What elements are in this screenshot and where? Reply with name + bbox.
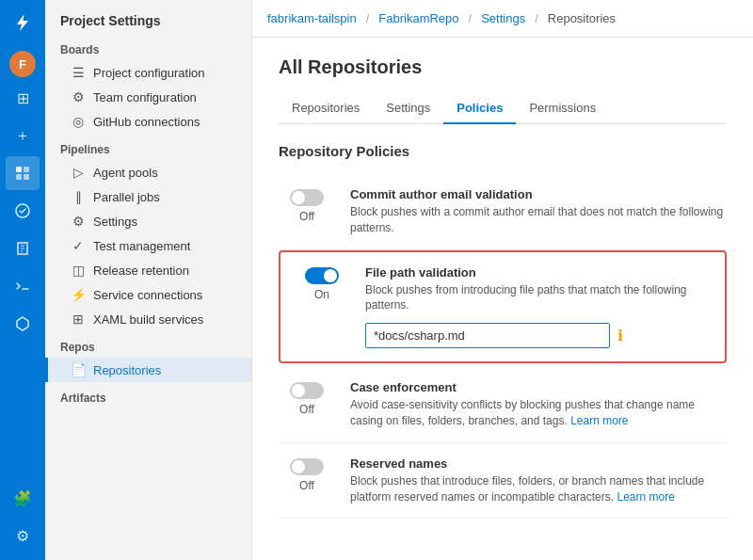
nav-artifacts-icon[interactable] (6, 307, 40, 341)
nav-pipelines-icon[interactable] (6, 194, 40, 228)
file-path-input-row: ℹ (365, 323, 712, 348)
icon-bar: F ⊞ ＋ 🧩 ⚙ (0, 0, 45, 560)
svg-rect-3 (24, 174, 29, 180)
nav-testplans-icon[interactable] (6, 269, 40, 303)
nav-settings-icon[interactable]: ⚙ (6, 519, 40, 552)
user-avatar[interactable]: F (9, 51, 36, 77)
team-config-icon: ⚙ (71, 89, 86, 104)
nav-home-icon[interactable]: ⊞ (6, 81, 40, 115)
sidebar: Project Settings Boards ☰ Project config… (45, 0, 252, 560)
reserved-names-learn-more[interactable]: Learn more (617, 490, 674, 504)
repositories-icon: 📄 (71, 362, 86, 377)
file-path-toggle-label: On (314, 288, 329, 301)
sidebar-group-pipelines: Pipelines (45, 134, 251, 160)
svg-rect-2 (16, 174, 22, 180)
reserved-names-name: Reserved names (350, 456, 727, 471)
sidebar-item-xaml-build[interactable]: ⊞ XAML build services (45, 307, 251, 331)
bottom-icons: 🧩 ⚙ (6, 481, 40, 560)
case-enforcement-toggle[interactable] (290, 382, 324, 399)
info-icon[interactable]: ℹ (617, 327, 623, 344)
policy-row-reserved-names: Off Reserved names Block pushes that int… (279, 443, 727, 520)
service-connections-icon: ⚡ (71, 287, 86, 302)
main-content: fabrikam-tailspin / FabrikamRepo / Setti… (252, 0, 753, 560)
github-icon: ◎ (71, 114, 86, 129)
azure-logo[interactable] (8, 8, 38, 38)
commit-author-toggle[interactable] (290, 189, 324, 206)
reserved-names-toggle[interactable] (290, 458, 324, 475)
breadcrumb-sep-1: / (366, 11, 370, 25)
page-title: All Repositories (279, 56, 727, 78)
policy-row-case-enforcement: Off Case enforcement Avoid case-sensitiv… (279, 367, 727, 443)
sidebar-group-boards: Boards (45, 34, 251, 60)
case-enforcement-desc: Avoid case-sensitivity conflicts by bloc… (350, 397, 727, 429)
sidebar-item-team-config[interactable]: ⚙ Team configuration (45, 85, 251, 109)
commit-author-toggle-label: Off (299, 210, 314, 223)
sidebar-group-repos: Repos (45, 331, 251, 358)
tab-permissions[interactable]: Permissions (516, 93, 609, 124)
svg-rect-1 (24, 167, 29, 172)
nav-marketplace-icon[interactable]: 🧩 (6, 481, 40, 515)
case-enforcement-learn-more[interactable]: Learn more (570, 414, 628, 427)
reserved-names-toggle-group: Off (279, 456, 335, 492)
policy-row-commit-author: Off Commit author email validation Block… (279, 174, 727, 250)
sidebar-item-github-connections[interactable]: ◎ GitHub connections (45, 109, 251, 134)
commit-author-toggle-group: Off (279, 187, 335, 223)
file-path-input[interactable] (365, 323, 610, 348)
nav-repos-icon[interactable] (6, 232, 40, 265)
sidebar-item-repositories[interactable]: 📄 Repositories (45, 358, 251, 382)
commit-author-desc: Block pushes with a commit author email … (350, 204, 727, 236)
reserved-names-desc: Block pushes that introduce files, folde… (350, 473, 727, 505)
tab-repositories[interactable]: Repositories (279, 93, 373, 124)
parallel-jobs-icon: ∥ (71, 189, 86, 204)
breadcrumb-org[interactable]: fabrikam-tailspin (267, 11, 357, 25)
tabs: Repositories Settings Policies Permissio… (279, 93, 727, 124)
case-enforcement-name: Case enforcement (350, 380, 727, 394)
reserved-names-info: Reserved names Block pushes that introdu… (350, 456, 727, 505)
project-config-icon: ☰ (71, 65, 86, 80)
sidebar-item-release-retention[interactable]: ◫ Release retention (45, 258, 251, 282)
policy-row-file-path: On File path validation Block pushes fro… (279, 250, 727, 364)
reserved-names-toggle-label: Off (299, 479, 314, 492)
case-enforcement-info: Case enforcement Avoid case-sensitivity … (350, 380, 727, 429)
breadcrumb-current: Repositories (548, 11, 616, 25)
xaml-build-icon: ⊞ (71, 312, 86, 327)
file-path-desc: Block pushes from introducing file paths… (365, 282, 712, 314)
sidebar-item-project-config[interactable]: ☰ Project configuration (45, 60, 251, 85)
tab-settings[interactable]: Settings (373, 93, 443, 124)
file-path-name: File path validation (365, 265, 712, 280)
test-management-icon: ✓ (71, 238, 86, 253)
svg-rect-0 (16, 167, 22, 172)
file-path-toggle-group: On (294, 265, 350, 301)
breadcrumb-repo[interactable]: FabrikamRepo (378, 11, 458, 25)
agent-pools-icon: ▷ (71, 165, 86, 180)
sidebar-group-artifacts: Artifacts (45, 382, 251, 408)
case-enforcement-toggle-label: Off (299, 403, 314, 416)
sidebar-item-service-connections[interactable]: ⚡ Service connections (45, 282, 251, 307)
sidebar-item-test-management[interactable]: ✓ Test management (45, 233, 251, 258)
tab-policies[interactable]: Policies (443, 93, 516, 124)
sidebar-item-settings[interactable]: ⚙ Settings (45, 209, 251, 233)
release-retention-icon: ◫ (71, 263, 86, 278)
file-path-toggle[interactable] (305, 267, 339, 284)
settings-icon: ⚙ (71, 214, 86, 229)
commit-author-name: Commit author email validation (350, 187, 727, 201)
breadcrumb-sep-3: / (535, 11, 538, 25)
section-title: Repository Policies (279, 143, 727, 159)
sidebar-item-agent-pools[interactable]: ▷ Agent pools (45, 160, 251, 184)
breadcrumb-settings[interactable]: Settings (481, 11, 525, 25)
file-path-info: File path validation Block pushes from i… (365, 265, 712, 349)
topbar: fabrikam-tailspin / FabrikamRepo / Setti… (252, 0, 753, 38)
case-enforcement-toggle-group: Off (279, 380, 335, 416)
nav-boards-icon[interactable] (6, 156, 40, 190)
content-area: All Repositories Repositories Settings P… (252, 38, 753, 560)
sidebar-item-parallel-jobs[interactable]: ∥ Parallel jobs (45, 184, 251, 209)
breadcrumb-sep-2: / (469, 11, 473, 25)
sidebar-section-title: Project Settings (45, 0, 251, 34)
commit-author-info: Commit author email validation Block pus… (350, 187, 727, 236)
nav-add-icon[interactable]: ＋ (6, 119, 40, 152)
